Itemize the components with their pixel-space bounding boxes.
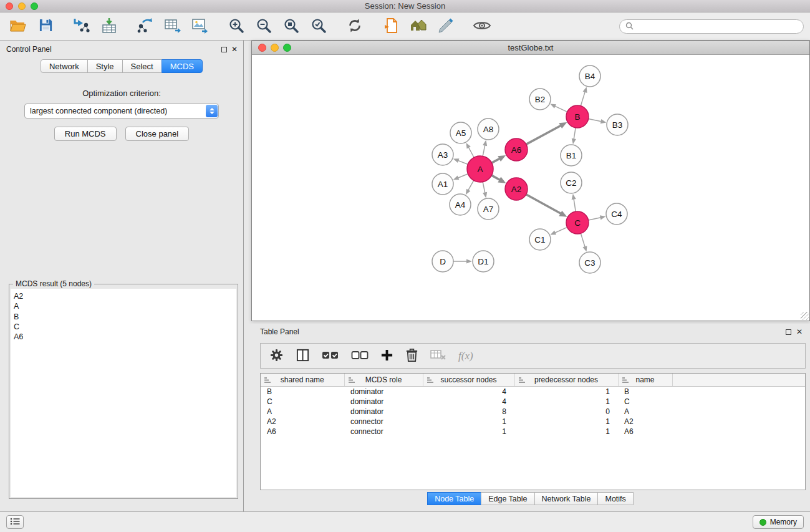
column-header-predecessor-nodes[interactable]: predecessor nodes: [514, 374, 618, 386]
tab-edge-table[interactable]: Edge Table: [481, 492, 534, 505]
edge-A-A4[interactable]: [466, 180, 474, 195]
edge-D-D1[interactable]: [453, 259, 472, 263]
edge-C-C4[interactable]: [589, 215, 606, 220]
network-node-B1[interactable]: B1: [561, 145, 582, 166]
deselect-all-rows-button[interactable]: [351, 349, 369, 363]
network-node-B[interactable]: B: [566, 105, 589, 128]
import-table-button[interactable]: [97, 14, 121, 38]
zoom-network-window-button[interactable]: [283, 44, 291, 52]
edge-C-C1[interactable]: [550, 227, 567, 235]
criterion-dropdown[interactable]: largest connected component (directed): [24, 104, 219, 118]
edge-B-B2[interactable]: [550, 104, 567, 112]
network-node-A5[interactable]: A5: [450, 122, 471, 143]
tab-network[interactable]: Network: [41, 59, 88, 73]
minimize-window-button[interactable]: [18, 2, 26, 10]
fullscreen-window-button[interactable]: [31, 2, 38, 10]
network-node-A3[interactable]: A3: [432, 144, 453, 165]
table-row[interactable]: Adominator80A: [261, 407, 805, 417]
float-panel-icon[interactable]: [221, 47, 227, 52]
close-table-panel-icon[interactable]: ✕: [796, 324, 803, 341]
column-header-shared-name[interactable]: shared name: [261, 374, 344, 386]
network-canvas[interactable]: AA6A2BCA5A8A3A1A4A7B2B4B3B1C2C4C1C3DD1: [252, 55, 809, 321]
network-node-C4[interactable]: C4: [606, 203, 627, 225]
tab-select[interactable]: Select: [122, 59, 162, 73]
edge-B-B3[interactable]: [589, 119, 607, 124]
search-input[interactable]: [637, 22, 798, 31]
tab-style[interactable]: Style: [87, 59, 123, 73]
delete-columns-button[interactable]: [405, 348, 418, 364]
network-node-C1[interactable]: C1: [529, 229, 551, 250]
edge-A-A6[interactable]: [492, 155, 506, 163]
network-node-A8[interactable]: A8: [478, 118, 499, 140]
toggle-graphics-details-button[interactable]: [470, 14, 494, 38]
result-item[interactable]: A2: [14, 291, 233, 301]
edge-A-A7[interactable]: [483, 182, 487, 198]
select-all-rows-button[interactable]: [322, 349, 339, 363]
network-node-D1[interactable]: D1: [473, 251, 494, 272]
task-history-button[interactable]: [6, 515, 24, 529]
create-column-button[interactable]: [380, 349, 393, 364]
edge-C-C2[interactable]: [572, 194, 576, 211]
network-node-A[interactable]: A: [467, 156, 493, 182]
edge-A6-B[interactable]: [526, 122, 567, 144]
network-node-B3[interactable]: B3: [607, 114, 628, 135]
tab-network-table[interactable]: Network Table: [534, 492, 599, 505]
tab-mcds[interactable]: MCDS: [162, 59, 203, 73]
column-header-mcds-role[interactable]: MCDS role: [344, 374, 423, 386]
open-session-button[interactable]: [6, 14, 30, 38]
network-node-A2[interactable]: A2: [505, 178, 528, 200]
edge-A2-C[interactable]: [526, 195, 567, 217]
table-row[interactable]: A2connector11A2: [261, 417, 805, 427]
memory-button[interactable]: Memory: [753, 515, 804, 529]
edge-A-A1[interactable]: [453, 174, 468, 180]
network-overview-button[interactable]: [407, 14, 430, 38]
edge-A-A5[interactable]: [466, 143, 475, 158]
edge-A-A2[interactable]: [491, 175, 506, 183]
network-node-D[interactable]: D: [432, 251, 453, 272]
network-node-A6[interactable]: A6: [505, 138, 528, 161]
zoom-selected-button[interactable]: [307, 14, 330, 38]
network-view[interactable]: AA6A2BCA5A8A3A1A4A7B2B4B3B1C2C4C1C3DD1: [252, 55, 809, 321]
network-node-C[interactable]: C: [566, 211, 589, 234]
minimize-network-window-button[interactable]: [271, 44, 279, 52]
session-file-button[interactable]: [379, 14, 403, 38]
export-table-button[interactable]: [161, 14, 185, 38]
zoom-fit-button[interactable]: [279, 14, 303, 38]
column-header-name[interactable]: name: [618, 374, 672, 386]
close-panel-button[interactable]: Close panel: [125, 127, 190, 141]
column-header-successor-nodes[interactable]: successor nodes: [423, 374, 514, 386]
result-item[interactable]: B: [14, 312, 233, 322]
network-node-A4[interactable]: A4: [450, 194, 471, 215]
network-node-B4[interactable]: B4: [579, 65, 600, 87]
resize-handle-icon[interactable]: [801, 312, 809, 320]
table-settings-button[interactable]: [269, 348, 284, 364]
import-network-button[interactable]: [70, 14, 94, 38]
edge-A-A3[interactable]: [453, 158, 468, 164]
save-session-button[interactable]: [34, 14, 57, 38]
network-node-A1[interactable]: A1: [432, 173, 453, 195]
refresh-view-button[interactable]: [343, 14, 367, 38]
network-node-C3[interactable]: C3: [579, 252, 600, 273]
edge-C-C3[interactable]: [581, 233, 587, 252]
export-network-button[interactable]: [133, 14, 157, 38]
table-row[interactable]: Cdominator41C: [261, 397, 805, 407]
export-image-button[interactable]: [188, 14, 212, 38]
network-node-A7[interactable]: A7: [478, 198, 499, 220]
close-window-button[interactable]: [6, 2, 13, 10]
edge-B-B4[interactable]: [581, 87, 587, 106]
tab-motifs[interactable]: Motifs: [597, 492, 633, 505]
table-row[interactable]: Bdominator41B: [261, 386, 805, 397]
edge-A-A8[interactable]: [483, 140, 487, 157]
apply-style-button[interactable]: [434, 14, 458, 38]
result-item[interactable]: A6: [14, 332, 233, 342]
run-mcds-button[interactable]: Run MCDS: [54, 127, 117, 141]
close-network-window-button[interactable]: [258, 44, 266, 52]
result-item[interactable]: C: [14, 322, 233, 332]
tab-node-table[interactable]: Node Table: [427, 492, 481, 505]
network-node-C2[interactable]: C2: [561, 172, 582, 193]
show-columns-button[interactable]: [296, 348, 310, 364]
edge-B-B1[interactable]: [572, 128, 576, 144]
zoom-out-button[interactable]: [252, 14, 276, 38]
network-node-B2[interactable]: B2: [529, 89, 551, 110]
zoom-in-button[interactable]: [224, 14, 248, 38]
